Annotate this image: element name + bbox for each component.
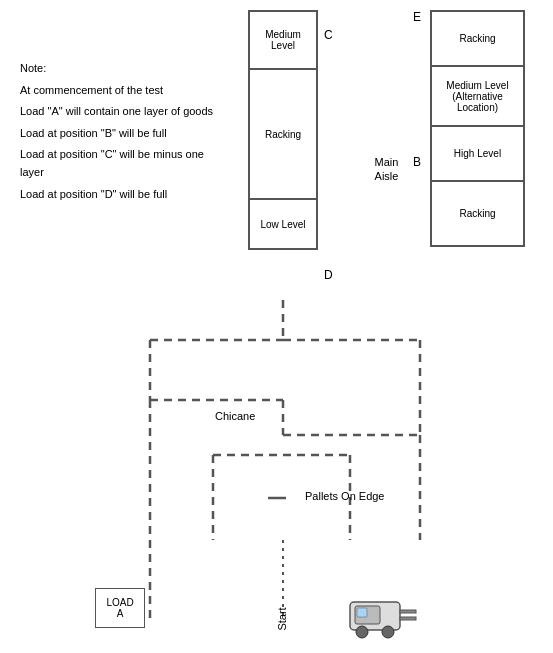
label-e: E <box>413 10 421 24</box>
note-line4: Load at position "C" will be minus one l… <box>20 146 230 181</box>
start-label: Start <box>276 607 288 630</box>
load-a-line1: LOAD <box>106 597 133 608</box>
svg-rect-18 <box>400 617 416 620</box>
racking-cell: Racking <box>249 69 317 199</box>
left-rack: Medium Level Racking Low Level <box>248 10 318 250</box>
load-a-line2: A <box>106 608 133 619</box>
label-c: C <box>324 28 333 42</box>
right-rack-high: High Level <box>431 126 524 181</box>
svg-rect-17 <box>400 610 416 613</box>
notes-section: Note: At commencement of the test Load "… <box>20 60 230 207</box>
right-rack-bottom: Racking <box>431 181 524 246</box>
note-line1: At commencement of the test <box>20 82 230 100</box>
forklift-icon <box>340 590 420 640</box>
right-rack-medium-alt: Medium Level (Alternative Location) <box>431 66 524 126</box>
note-line3: Load at position "B" will be full <box>20 125 230 143</box>
svg-point-20 <box>382 626 394 638</box>
medium-level-cell: Medium Level <box>249 11 317 69</box>
pallets-on-edge-label: Pallets On Edge <box>305 490 385 502</box>
right-rack: Racking Medium Level (Alternative Locati… <box>430 10 525 247</box>
diagram-container: Note: At commencement of the test Load "… <box>0 0 553 653</box>
main-aisle-label: Main Aisle <box>364 155 409 184</box>
load-a-box: LOAD A <box>95 588 145 628</box>
low-level-cell: Low Level <box>249 199 317 249</box>
chicane-label: Chicane <box>215 410 255 422</box>
note-label: Note: <box>20 60 230 78</box>
svg-rect-21 <box>357 608 367 617</box>
right-rack-top: Racking <box>431 11 524 66</box>
label-b: B <box>413 155 421 169</box>
label-d: D <box>324 268 333 282</box>
note-line2: Load "A" will contain one layer of goods <box>20 103 230 121</box>
note-line5: Load at position "D" will be full <box>20 186 230 204</box>
svg-point-19 <box>356 626 368 638</box>
